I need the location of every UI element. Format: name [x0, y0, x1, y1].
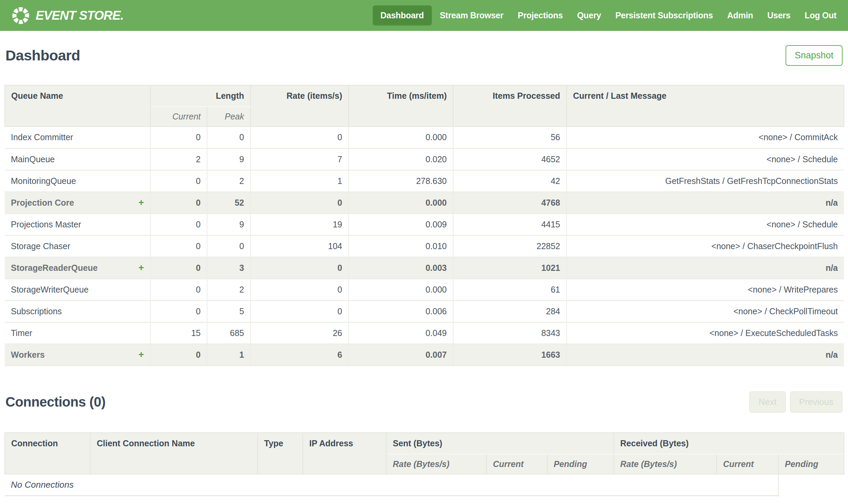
queue-name-cell: Timer	[5, 322, 150, 344]
current-cell: 0	[150, 214, 207, 235]
nav-item-dashboard[interactable]: Dashboard	[373, 5, 432, 25]
items-processed-cell: 1021	[453, 257, 566, 278]
nav-item-query[interactable]: Query	[571, 5, 607, 25]
time-cell: 0.000	[349, 278, 453, 300]
queue-name-cell: Index Committer	[5, 127, 150, 148]
message-cell: n/a	[566, 192, 844, 214]
col-header-type: Type	[258, 433, 303, 474]
expand-plus-icon[interactable]: +	[134, 197, 144, 208]
current-cell: 0	[150, 235, 207, 257]
message-cell: <none> / Schedule	[566, 148, 844, 170]
col-header-queue-name: Queue Name	[5, 85, 150, 127]
next-button[interactable]: Next	[749, 391, 786, 413]
peak-cell: 9	[207, 214, 251, 235]
message-cell: <none> / CommitAck	[566, 127, 844, 148]
col-header-sent-rate: Rate (Bytes/s)	[386, 454, 486, 474]
queue-name: Timer	[11, 328, 32, 338]
current-cell: 0	[150, 300, 207, 322]
time-cell: 0.049	[349, 322, 453, 344]
col-header-rate: Rate (items/s)	[251, 85, 349, 127]
snapshot-button[interactable]: Snapshot	[786, 45, 843, 66]
current-cell: 0	[150, 170, 207, 192]
peak-cell: 2	[207, 278, 251, 300]
queue-row: MonitoringQueue021278.63042GetFreshStats…	[5, 170, 844, 192]
page-header: Dashboard Snapshot	[5, 45, 843, 66]
queue-row: StorageReaderQueue+0300.0031021n/a	[5, 257, 844, 278]
time-cell: 0.010	[349, 235, 453, 257]
expand-plus-icon[interactable]: +	[134, 349, 144, 360]
peak-cell: 685	[207, 322, 251, 344]
items-processed-cell: 42	[453, 170, 566, 192]
queue-name-cell: Workers+	[5, 344, 150, 365]
brand-logo: EVENT STORE.	[11, 6, 124, 25]
connections-table-head: Connection Client Connection Name Type I…	[5, 433, 844, 474]
message-cell: n/a	[566, 257, 844, 278]
col-header-received-current: Current	[717, 454, 778, 474]
rate-cell: 6	[251, 344, 349, 365]
time-cell: 0.000	[349, 192, 453, 214]
items-processed-cell: 4652	[453, 148, 566, 170]
queue-name: Subscriptions	[11, 306, 62, 316]
no-connections-text: No Connections	[5, 474, 778, 496]
message-cell: <none> / Schedule	[566, 214, 844, 235]
queue-row: Storage Chaser001040.01022852<none> / Ch…	[5, 235, 844, 257]
rate-cell: 104	[251, 235, 349, 257]
page-content: Dashboard Snapshot Queue Name Length Rat…	[0, 45, 848, 496]
top-bar: EVENT STORE. DashboardStream BrowserProj…	[0, 0, 848, 31]
rate-cell: 1	[251, 170, 349, 192]
items-processed-cell: 22852	[453, 235, 566, 257]
col-header-sent-pending: Pending	[547, 454, 614, 474]
items-processed-cell: 56	[453, 127, 566, 148]
connections-header: Connections (0) Next Previous	[5, 391, 843, 413]
previous-button[interactable]: Previous	[790, 391, 843, 413]
queue-row: Projections Master09190.0094415<none> / …	[5, 214, 844, 235]
col-header-sent: Sent (Bytes)	[386, 433, 614, 454]
queue-name-cell: MainQueue	[5, 148, 150, 170]
nav-item-projections[interactable]: Projections	[511, 5, 569, 25]
rate-cell: 0	[251, 300, 349, 322]
message-cell: n/a	[566, 344, 844, 365]
current-cell: 0	[150, 127, 207, 148]
rate-cell: 19	[251, 214, 349, 235]
peak-cell: 0	[207, 235, 251, 257]
queue-name: MonitoringQueue	[11, 176, 76, 186]
queue-name: StorageReaderQueue	[11, 263, 98, 273]
queue-name: Index Committer	[11, 132, 73, 142]
queue-name: Projections Master	[11, 220, 81, 230]
message-cell: GetFreshStats / GetFreshTcpConnectionSta…	[566, 170, 844, 192]
time-cell: 0.003	[349, 257, 453, 278]
time-cell: 0.007	[349, 344, 453, 365]
items-processed-cell: 8343	[453, 322, 566, 344]
col-header-current: Current	[150, 107, 207, 127]
queue-name-cell: StorageReaderQueue+	[5, 257, 150, 278]
col-header-connection: Connection	[5, 433, 90, 474]
col-header-received-pending: Pending	[778, 454, 844, 474]
current-cell: 0	[150, 257, 207, 278]
queue-name: Projection Core	[11, 198, 74, 208]
peak-cell: 3	[207, 257, 251, 278]
nav-item-stream-browser[interactable]: Stream Browser	[434, 5, 510, 25]
queue-row: Index Committer0000.00056<none> / Commit…	[5, 127, 844, 148]
rate-cell: 0	[251, 278, 349, 300]
empty-pending-cell	[778, 474, 844, 496]
nav-item-log-out[interactable]: Log Out	[798, 5, 843, 25]
peak-cell: 9	[207, 148, 251, 170]
nav-item-users[interactable]: Users	[761, 5, 796, 25]
no-connections-row: No Connections	[5, 474, 844, 496]
rate-cell: 7	[251, 148, 349, 170]
expand-plus-icon[interactable]: +	[134, 262, 144, 273]
event-store-logo-icon	[9, 3, 33, 28]
queue-row: MainQueue2970.0204652<none> / Schedule	[5, 148, 844, 170]
nav-item-persistent-subscriptions[interactable]: Persistent Subscriptions	[609, 5, 719, 25]
queue-row: Workers+0160.0071663n/a	[5, 344, 844, 365]
queue-name: MainQueue	[11, 155, 55, 164]
main-nav: DashboardStream BrowserProjectionsQueryP…	[371, 5, 843, 25]
items-processed-cell: 4768	[453, 192, 566, 214]
col-header-length: Length	[150, 85, 251, 107]
nav-item-admin[interactable]: Admin	[721, 5, 759, 25]
rate-cell: 0	[251, 192, 349, 214]
page-title: Dashboard	[5, 47, 80, 64]
items-processed-cell: 284	[453, 300, 566, 322]
queue-row: StorageWriterQueue0200.00061<none> / Wri…	[5, 278, 844, 300]
rate-cell: 26	[251, 322, 349, 344]
